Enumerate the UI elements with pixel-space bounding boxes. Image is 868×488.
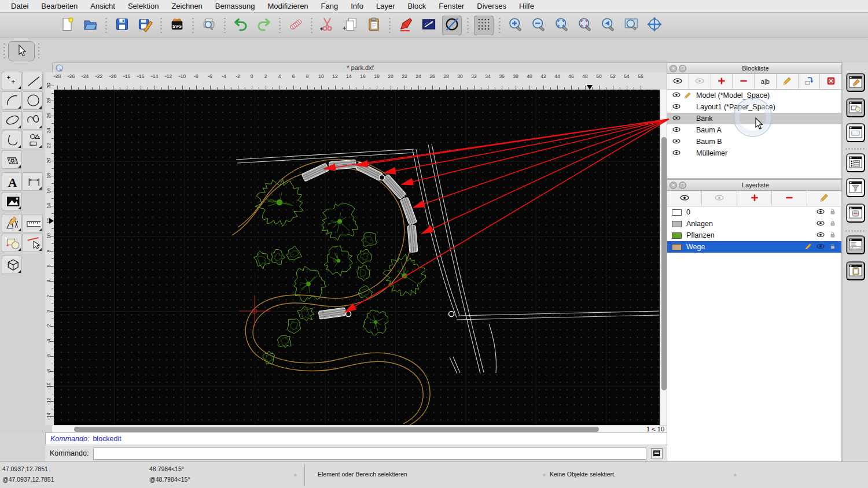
horizontal-scrollbar-thumb[interactable] xyxy=(74,427,599,432)
cut-button[interactable] xyxy=(318,16,337,35)
eye-icon[interactable] xyxy=(816,230,825,241)
block-item-bank[interactable]: Bank xyxy=(667,113,841,124)
eye-icon[interactable] xyxy=(672,136,681,147)
eye-icon[interactable] xyxy=(672,102,681,113)
block-item-model-model-space-[interactable]: Model (*Model_Space) xyxy=(667,90,841,101)
clipboard-window-toggle-button[interactable] xyxy=(846,261,865,280)
tool-shapes-button[interactable] xyxy=(23,131,43,149)
menu-item-diverses[interactable]: Diverses xyxy=(470,2,513,10)
vertical-scrollbar-thumb[interactable] xyxy=(661,137,667,390)
circle-slash-button[interactable] xyxy=(442,16,462,35)
menu-item-bearbeiten[interactable]: Bearbeiten xyxy=(35,2,84,10)
zoom-previous-button[interactable] xyxy=(598,16,618,35)
zoom-window-button[interactable] xyxy=(621,16,641,35)
tool-modify-button[interactable] xyxy=(23,234,43,252)
open-file-button[interactable] xyxy=(80,16,100,35)
new-file-button[interactable] xyxy=(57,16,77,35)
blocklist-eye-off-button[interactable] xyxy=(689,74,711,89)
eye-icon[interactable] xyxy=(672,125,681,136)
float-icon[interactable]: ❐ xyxy=(679,65,686,72)
menu-item-layer[interactable]: Layer xyxy=(370,2,402,10)
filter-window-toggle-button[interactable] xyxy=(846,178,865,197)
tool-spline-button[interactable] xyxy=(23,111,43,130)
tool-text-button[interactable]: A xyxy=(2,172,22,191)
eye-icon[interactable] xyxy=(816,242,825,253)
eraser-button[interactable] xyxy=(286,16,306,35)
tool-blocks-button[interactable] xyxy=(2,234,22,252)
undo-button[interactable] xyxy=(231,16,251,35)
block-item-baum-b[interactable]: Baum B xyxy=(667,136,841,147)
eye-icon[interactable] xyxy=(672,113,681,124)
layer-row-pflanzen[interactable]: Pflanzen xyxy=(667,230,841,241)
tool-line-button[interactable] xyxy=(23,72,43,90)
library-browser-toggle-button[interactable] xyxy=(846,98,865,117)
zoom-auto-button[interactable] xyxy=(552,16,572,35)
grid-toggle-button[interactable] xyxy=(474,16,494,35)
close-icon[interactable]: ✕ xyxy=(670,182,677,189)
layerlist-eye-off-button[interactable] xyxy=(702,191,737,206)
layer-list-titlebar[interactable]: ✕ ❐ Layerliste xyxy=(667,179,842,191)
save-button[interactable] xyxy=(112,16,132,35)
menu-item-selektion[interactable]: Selektion xyxy=(122,2,165,10)
menu-item-fang[interactable]: Fang xyxy=(315,2,345,10)
name-window-toggle-button[interactable] xyxy=(846,204,865,223)
document-titlebar[interactable]: * park.dxf xyxy=(52,62,668,72)
menu-item-ansicht[interactable]: Ansicht xyxy=(84,2,122,10)
redo-button[interactable] xyxy=(254,16,274,35)
pen-button[interactable] xyxy=(396,16,415,35)
lock-icon[interactable] xyxy=(829,231,837,241)
menu-item-zeichnen[interactable]: Zeichnen xyxy=(165,2,208,10)
command-options-button[interactable] xyxy=(651,448,663,459)
selection-tool-button[interactable] xyxy=(8,41,35,61)
lock-icon[interactable] xyxy=(829,242,837,252)
horizontal-scrollbar[interactable] xyxy=(52,425,637,432)
close-icon[interactable]: ✕ xyxy=(670,65,677,72)
blocklist-insert-button[interactable] xyxy=(799,74,821,89)
layerlist-minus-button[interactable] xyxy=(772,191,807,206)
command-input[interactable] xyxy=(93,448,646,460)
eye-icon[interactable] xyxy=(672,148,681,159)
tool-circle-button[interactable] xyxy=(23,91,43,110)
blocklist-eye-button[interactable] xyxy=(667,74,689,89)
block-item-m-lleimer[interactable]: Mülleimer xyxy=(667,147,841,159)
menu-item-bemassung[interactable]: Bemassung xyxy=(209,2,262,10)
eye-icon[interactable] xyxy=(816,219,825,230)
list-window-toggle-button[interactable] xyxy=(846,153,865,172)
layerlist-eye-button[interactable] xyxy=(667,191,702,206)
menu-item-fenster[interactable]: Fenster xyxy=(432,2,470,10)
tool-measure-button[interactable] xyxy=(23,214,43,232)
layerlist-plus-button[interactable] xyxy=(737,191,772,206)
block-item-baum-a[interactable]: Baum A xyxy=(667,124,841,136)
save-as-button[interactable] xyxy=(135,16,155,35)
print-preview-button[interactable] xyxy=(199,16,219,35)
copy-button[interactable] xyxy=(341,16,361,35)
tool-image-button[interactable] xyxy=(2,192,22,210)
eye-icon[interactable] xyxy=(672,90,681,101)
layerlist-pencil-button[interactable] xyxy=(807,191,841,206)
layer-row-wege[interactable]: Wege xyxy=(667,241,841,253)
tool-arc-button[interactable] xyxy=(2,91,22,110)
tool-ellipse-button[interactable] xyxy=(2,111,22,130)
svg-export-button[interactable]: SVG xyxy=(167,16,187,35)
lock-icon[interactable] xyxy=(829,208,837,217)
menu-item-datei[interactable]: Datei xyxy=(5,2,35,10)
tool-hatch-button[interactable] xyxy=(2,150,22,169)
menu-item-modifizieren[interactable]: Modifizieren xyxy=(262,2,315,10)
block-item-layout1-paper-space-[interactable]: Layout1 (*Paper_Space) xyxy=(667,101,841,113)
tool-dimension-button[interactable] xyxy=(23,172,43,191)
zoom-in-button[interactable] xyxy=(506,16,525,35)
block-list-titlebar[interactable]: ✕ ❐ Blockliste xyxy=(667,62,842,74)
menu-item-info[interactable]: Info xyxy=(344,2,370,10)
tool-polyline-button[interactable] xyxy=(2,131,22,149)
float-icon[interactable]: ❐ xyxy=(679,182,686,189)
menu-item-hilfe[interactable]: Hilfe xyxy=(513,2,540,10)
eye-icon[interactable] xyxy=(816,207,825,218)
lock-icon[interactable] xyxy=(829,219,837,229)
blocklist-plus-button[interactable] xyxy=(711,74,733,89)
command-window-toggle-button[interactable] xyxy=(846,235,865,254)
zoom-pan-button[interactable] xyxy=(645,16,664,35)
blocklist-pencil-button[interactable] xyxy=(777,74,799,89)
drawing-canvas[interactable] xyxy=(54,90,660,425)
tool-solid-button[interactable] xyxy=(2,256,22,274)
layer-row-anlagen[interactable]: Anlagen xyxy=(667,218,841,230)
